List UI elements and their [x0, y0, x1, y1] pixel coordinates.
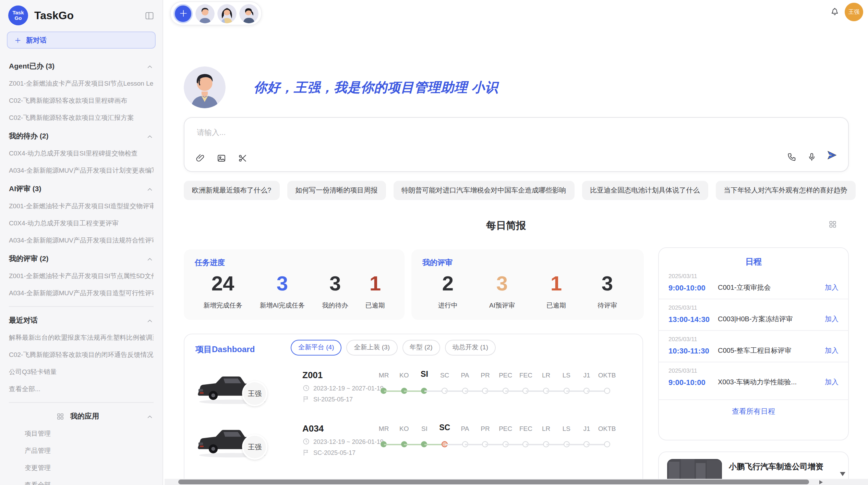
dashboard-tab[interactable]: 年型 (2) — [402, 340, 440, 356]
dashboard-tab[interactable]: 全新平台 (4) — [291, 340, 342, 356]
user-avatar-badge[interactable]: 王强 — [845, 3, 863, 21]
stat-value: 24 — [203, 272, 242, 295]
task-list-item[interactable]: C02-飞腾新能源轻客改款项目立项汇报方案 — [9, 114, 154, 123]
milestone-label: PEC — [495, 371, 516, 379]
section-title: AI评审 (3) — [9, 184, 41, 194]
voice-call-icon[interactable] — [787, 152, 797, 161]
milestone-label: KO — [394, 425, 414, 432]
add-agent-button[interactable] — [173, 4, 193, 23]
section-header[interactable]: 我的评审 (2) — [9, 254, 154, 264]
suggestion-chip[interactable]: 如何写一份清晰的项目周报 — [287, 181, 386, 200]
stat-item: 1 已逾期 — [546, 272, 566, 310]
suggestion-chip[interactable]: 特朗普可能对进口汽车增税会对中国车企造成哪些影响 — [393, 181, 574, 200]
task-list-item[interactable]: Z001-全新燃油皮卡产品开发项目SI节点Lesson Learn报告 — [9, 79, 154, 88]
recent-chat-item[interactable]: 解释最新出台的欧盟报废车法规再生塑料比例被调至15%... — [9, 334, 154, 343]
task-list-item[interactable]: Z001-全新燃油轻卡产品开发项目SI造型提交物评审 — [9, 202, 154, 211]
agent-avatar-1[interactable] — [195, 4, 215, 23]
stat-value: 3 — [598, 272, 617, 295]
project-dashboard-title: 项目Dashboard — [195, 344, 255, 356]
suggestion-chip[interactable]: 当下年轻人对汽车外观有怎样的喜好趋势 — [715, 181, 855, 200]
suggestion-chip[interactable]: 欧洲新规最近颁布了什么? — [184, 181, 279, 200]
sidebar-section: 我的评审 (2) Z001-全新燃油轻卡产品开发项目SI节点属性5D文件评审 A… — [9, 254, 154, 298]
schedule-item: 2025/03/11 13:00-14:30 C003|H0B-方案冻结评审 加… — [659, 299, 848, 330]
task-list-item[interactable]: A034-全新新能源MUV产品开发项目造型可行性评审 — [9, 289, 154, 298]
send-icon[interactable] — [827, 150, 837, 163]
milestone-label: SI — [414, 425, 434, 432]
layout-grid-icon[interactable] — [828, 220, 837, 229]
task-list-item[interactable]: C0X4-动力总成开发项目工程变更评审 — [9, 219, 154, 228]
task-list-item[interactable]: C02-飞腾新能源轻客改款项目里程碑画布 — [9, 97, 154, 105]
stat-label: 我的待办 — [322, 301, 348, 310]
schedule-time: 13:00-14:30 — [668, 315, 718, 323]
schedule-date: 2025/03/11 — [668, 367, 839, 374]
milestone-dot — [604, 441, 610, 447]
my-review-title: 我的评审 — [422, 258, 633, 268]
agent-avatar-2[interactable] — [217, 4, 237, 23]
agent-avatar-3[interactable] — [239, 4, 258, 23]
section-header[interactable]: 我的待办 (2) — [9, 132, 154, 141]
milestone-node: LR — [536, 370, 556, 406]
join-meeting-link[interactable]: 加入 — [825, 283, 839, 293]
project-dates: 2023-12-19 ~ 2027-01-19 — [302, 384, 384, 392]
milestone-node: PR — [475, 370, 495, 406]
horizontal-scrollbar-thumb[interactable] — [178, 480, 809, 484]
milestone-node: PEC — [495, 370, 516, 406]
flag-icon — [302, 449, 310, 456]
milestone-label: OKTB — [597, 425, 617, 432]
new-chat-button[interactable]: 新对话 — [7, 32, 156, 49]
project-next-milestone: SC-2025-05-17 — [313, 449, 355, 456]
flag-icon — [302, 395, 310, 403]
task-list-item[interactable]: A034-全新新能源MUV产品开发项目法规符合性评审 — [9, 236, 154, 245]
stat-label: 待评审 — [598, 301, 617, 310]
recent-chats-header[interactable]: 最近对话 — [9, 316, 154, 325]
app-link-item[interactable]: 变更管理 — [25, 464, 154, 473]
microphone-icon[interactable] — [807, 152, 817, 161]
notification-bell-icon[interactable] — [830, 6, 840, 16]
project-row[interactable]: 王强 Z001 2023-12-19 ~ 2027-01-19 SI-2025-… — [184, 363, 642, 416]
task-list-item[interactable]: C0X4-动力总成开发项目SI里程碑提交物检查 — [9, 149, 154, 158]
schedule-card: 日程 2025/03/11 9:00-10:00 C001-立项审批会 加入 2… — [658, 247, 849, 440]
plus-icon — [14, 37, 21, 43]
recent-chat-item[interactable]: C02-飞腾新能源轻客改款项目的闭环通告反馈情况 — [9, 351, 154, 360]
suggestion-chip[interactable]: 比亚迪全固态电池计划具体说了什么 — [582, 181, 708, 200]
join-meeting-link[interactable]: 加入 — [825, 346, 839, 356]
scroll-right-arrow[interactable] — [819, 480, 823, 484]
scroll-down-arrow[interactable] — [840, 472, 845, 476]
app-link-item[interactable]: 项目管理 — [25, 430, 154, 438]
screenshot-scissors-icon[interactable] — [238, 153, 248, 163]
chat-input[interactable] — [195, 127, 678, 137]
view-all-schedule-link[interactable]: 查看所有日程 — [659, 399, 848, 416]
app-link-item[interactable]: 查看全部... — [25, 481, 154, 485]
chevron-up-icon — [146, 185, 154, 193]
attachment-icon[interactable] — [195, 153, 205, 163]
recent-chats-section: 最近对话 解释最新出台的欧盟报废车法规再生塑料比例被调至15%... C02-飞… — [9, 316, 154, 394]
recent-chats-title: 最近对话 — [9, 316, 38, 325]
section-header[interactable]: Agent已办 (3) — [9, 62, 154, 71]
recent-chat-item[interactable]: 公司Q3轻卡销量 — [9, 368, 154, 377]
stat-label: 新增完成任务 — [203, 301, 242, 310]
my-apps-header[interactable]: 我的应用 — [9, 412, 154, 421]
image-upload-icon[interactable] — [217, 153, 226, 163]
collapse-sidebar-icon[interactable] — [145, 11, 154, 20]
dashboard-tab[interactable]: 动总开发 (1) — [445, 340, 496, 356]
join-meeting-link[interactable]: 加入 — [825, 314, 839, 324]
milestone-node: SC — [435, 423, 455, 459]
project-row[interactable]: 王强 A034 2023-12-19 ~ 2026-01-19 SC-2025-… — [184, 416, 642, 470]
dashboard-tab[interactable]: 全新上装 (3) — [347, 340, 398, 356]
app-link-item[interactable]: 产品管理 — [25, 447, 154, 456]
sidebar-body: Agent已办 (3) Z001-全新燃油皮卡产品开发项目SI节点Lesson … — [0, 49, 162, 485]
stat-label: AI预评审 — [489, 301, 515, 310]
stat-item: 3 我的待办 — [322, 272, 348, 310]
task-list-item[interactable]: A034-全新新能源MUV产品开发项目计划变更表编写 — [9, 166, 154, 175]
recent-chat-item[interactable]: 查看全部... — [9, 385, 154, 394]
task-list-item[interactable]: Z001-全新燃油轻卡产品开发项目SI节点属性5D文件评审 — [9, 272, 154, 281]
project-date-range: 2023-12-19 ~ 2027-01-19 — [313, 385, 384, 391]
project-next-milestone: SI-2025-05-17 — [313, 396, 353, 402]
milestone-node: SC — [435, 370, 455, 406]
horizontal-scrollbar-track[interactable] — [165, 479, 868, 485]
milestone-label: FEC — [516, 371, 536, 379]
sidebar-section: Agent已办 (3) Z001-全新燃油皮卡产品开发项目SI节点Lesson … — [9, 62, 154, 123]
section-header[interactable]: AI评审 (3) — [9, 184, 154, 194]
join-meeting-link[interactable]: 加入 — [825, 377, 839, 387]
schedule-event-title: C003|H0B-方案冻结评审 — [718, 314, 825, 324]
